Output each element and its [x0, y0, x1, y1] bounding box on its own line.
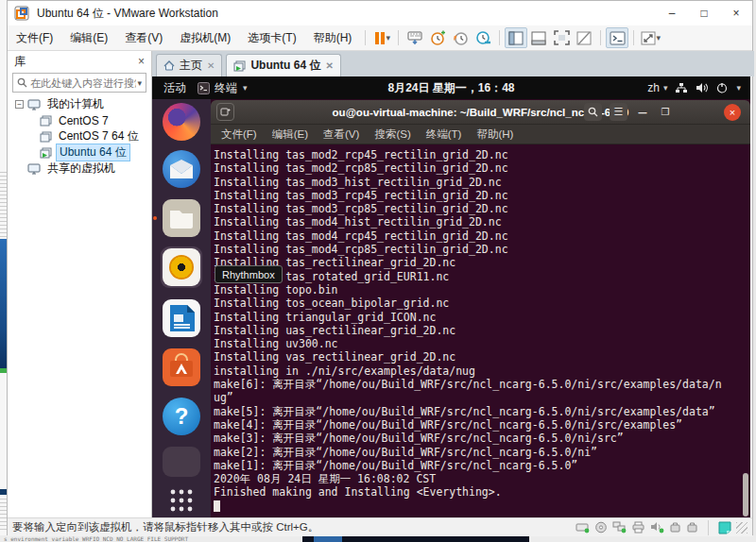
dock-libreoffice-writer[interactable] — [161, 297, 202, 339]
toggle-thumbnail-bar-button[interactable] — [527, 27, 550, 48]
sidebar-item-shared-vms[interactable]: 共享的虚拟机 — [15, 161, 151, 177]
scrollbar-thumb[interactable] — [743, 473, 748, 517]
tab-ubuntu-64[interactable]: Ubuntu 64 位 ✕ — [226, 54, 340, 76]
tab-label[interactable]: 主页 — [180, 58, 202, 74]
shared-computer-icon — [27, 163, 41, 175]
printer-icon[interactable] — [631, 521, 645, 534]
console-view-button[interactable] — [606, 27, 628, 48]
term-menu-terminal[interactable]: 终端(T) — [420, 126, 469, 144]
vm-icon — [40, 115, 52, 127]
computer-icon — [27, 99, 41, 110]
background-window-sliver — [0, 0, 7, 542]
app-menu[interactable]: 终端 ▾ — [198, 80, 248, 96]
dock-minimized-window[interactable] — [161, 445, 202, 479]
usb-icon[interactable] — [669, 521, 681, 534]
terminal-output[interactable]: Installing tas_mod2_rcp45_rectilin_grid_… — [211, 144, 750, 517]
toggle-library-button[interactable] — [505, 27, 527, 48]
menu-file[interactable]: 文件(F) — [8, 26, 61, 50]
background-navy-strip — [0, 489, 7, 495]
vm-icon — [40, 131, 52, 143]
app-menu-label[interactable]: 终端 — [215, 80, 237, 96]
tree-label[interactable]: CentOS 7 64 位 — [56, 128, 142, 144]
close-button[interactable]: × — [720, 2, 752, 25]
take-snapshot-button[interactable] — [426, 27, 449, 48]
send-ctrl-alt-del-button[interactable] — [404, 27, 426, 48]
unity-mode-button[interactable] — [573, 27, 595, 48]
menu-help[interactable]: 帮助(H) — [305, 26, 361, 50]
dock-files[interactable] — [161, 197, 202, 239]
close-tab-icon[interactable]: ✕ — [325, 60, 333, 71]
vmware-titlebar[interactable]: Ubuntu 64 位 - VMware Workstation – □ × — [8, 1, 752, 25]
dock-help[interactable]: ? — [161, 396, 202, 437]
term-menu-help[interactable]: 帮助(H) — [470, 126, 520, 144]
term-menu-view[interactable]: 查看(V) — [317, 126, 366, 144]
library-search-box[interactable]: ▾ — [12, 73, 146, 93]
terminal-line: Installing topo.bin — [214, 283, 750, 296]
dock-firefox[interactable] — [161, 101, 202, 143]
dock-ubuntu-software[interactable] — [161, 347, 202, 388]
gnome-top-bar: 活动 终端 ▾ 8月24日 星期一，16：48 zh ▾ — [152, 76, 750, 99]
toolbar-separator — [633, 30, 634, 45]
tab-bar: 主页 ✕ Ubuntu 64 位 ✕ — [152, 51, 754, 76]
minimize-button[interactable]: – — [656, 2, 688, 25]
tree-label-selected[interactable]: Ubuntu 64 位 — [56, 144, 130, 161]
pause-icon — [375, 32, 379, 44]
volume-icon[interactable] — [696, 82, 709, 93]
terminal-line: make[4]: 离开目录“/home/ou/Build_WRF/src/ncl… — [214, 418, 750, 432]
message-log-icon[interactable] — [718, 521, 731, 534]
activities-button[interactable]: 活动 — [152, 80, 198, 96]
network-adapter-icon[interactable] — [612, 521, 627, 534]
manage-snapshots-button[interactable] — [472, 27, 494, 48]
term-menu-search[interactable]: 搜索(S) — [368, 126, 417, 144]
toolbar-separator — [398, 30, 399, 45]
cdrom-icon[interactable] — [594, 521, 608, 534]
input-method-indicator[interactable]: zh ▾ — [647, 81, 667, 94]
search-input[interactable] — [30, 77, 136, 89]
fit-guest-button[interactable]: ▾ — [639, 27, 662, 48]
search-button[interactable] — [584, 103, 602, 121]
sidebar-item-my-computer[interactable]: − 我的计算机 — [15, 96, 151, 112]
help-icon: ? — [163, 398, 200, 435]
dock-rhythmbox[interactable] — [161, 246, 202, 288]
search-icon — [17, 77, 27, 88]
revert-snapshot-button[interactable] — [449, 27, 472, 48]
usb-icon[interactable] — [686, 521, 698, 534]
maximize-button[interactable]: □ — [688, 2, 720, 25]
terminal-line: make[5]: 离开目录“/home/ou/Build_WRF/src/ncl… — [214, 405, 750, 418]
tree-label[interactable]: 共享的虚拟机 — [44, 161, 118, 177]
new-tab-icon — [220, 107, 231, 117]
pause-vm-button[interactable]: ▾ — [370, 27, 393, 48]
new-tab-button[interactable] — [216, 103, 234, 121]
terminal-line: 2020年 08月 24日 星期一 16:08:02 CST — [214, 472, 750, 485]
tree-label[interactable]: 我的计算机 — [44, 96, 107, 112]
terminal-line: Installing tas_mod4_rcp45_rectilin_grid_… — [214, 229, 750, 243]
tab-home[interactable]: 主页 ✕ — [156, 54, 222, 76]
tree-label[interactable]: CentOS 7 — [56, 114, 112, 127]
minimized-window-icon — [163, 447, 200, 477]
sidebar-item-centos7[interactable]: CentOS 7 — [15, 112, 151, 128]
dock-app-grid[interactable] — [161, 484, 202, 517]
menu-edit[interactable]: 编辑(E) — [61, 26, 116, 50]
hamburger-menu-button[interactable]: ☰ — [610, 103, 627, 121]
network-icon[interactable] — [675, 82, 688, 93]
power-icon[interactable] — [716, 82, 728, 93]
terminal-headerbar[interactable]: ou@ou-virtual-machine: ~/Build_WRF/src/n… — [211, 100, 750, 125]
menu-tabs[interactable]: 选项卡(T) — [239, 26, 304, 50]
dock-thunderbird[interactable] — [161, 148, 202, 190]
close-library-icon[interactable]: × — [138, 55, 145, 68]
sidebar-item-ubuntu-64[interactable]: Ubuntu 64 位 — [15, 144, 151, 161]
hdd-icon[interactable] — [576, 521, 590, 534]
resize-grip-icon[interactable] — [736, 522, 747, 534]
collapse-icon[interactable]: − — [15, 100, 24, 109]
close-tab-icon[interactable]: ✕ — [207, 60, 215, 71]
sound-icon[interactable] — [650, 521, 664, 534]
term-menu-edit[interactable]: 编辑(E) — [266, 126, 315, 144]
chevron-down-icon: ▾ — [736, 83, 741, 93]
menu-vm[interactable]: 虚拟机(M) — [171, 26, 239, 50]
fullscreen-button[interactable] — [550, 27, 573, 48]
menu-view[interactable]: 查看(V) — [116, 26, 171, 50]
term-menu-file[interactable]: 文件(F) — [215, 126, 264, 144]
take-snapshot-icon — [430, 30, 446, 46]
sidebar-item-centos7-64[interactable]: CentOS 7 64 位 — [15, 128, 151, 144]
tab-label[interactable]: Ubuntu 64 位 — [250, 58, 320, 74]
